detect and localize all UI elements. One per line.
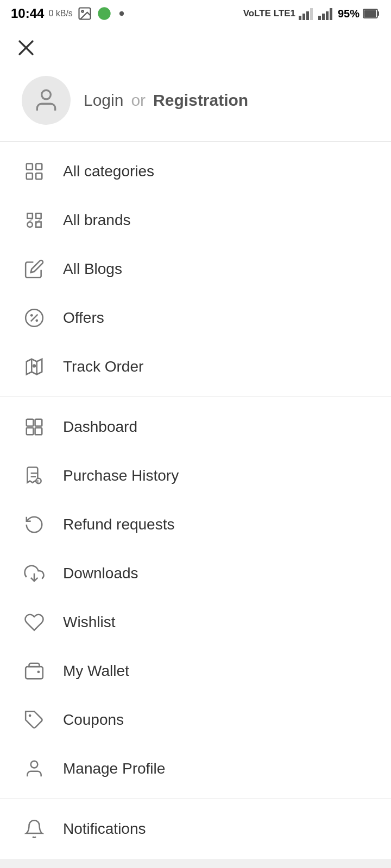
svg-rect-18	[27, 164, 33, 170]
svg-rect-6	[306, 11, 309, 20]
user-actions: Login or Registration	[84, 91, 248, 110]
brands-icon	[22, 208, 47, 233]
manage-profile-icon	[22, 756, 47, 781]
svg-rect-13	[377, 11, 379, 16]
manage-profile-label: Manage Profile	[63, 760, 165, 777]
menu-section-2: Dashboard $ Purchase History Refund requ…	[0, 397, 391, 799]
menu-item-all-categories[interactable]: All categories	[0, 147, 391, 196]
coupon-icon	[22, 707, 47, 732]
svg-point-17	[42, 90, 51, 99]
svg-rect-7	[310, 8, 313, 20]
dashboard-label: Dashboard	[63, 418, 137, 436]
status-time: 10:44	[11, 6, 44, 21]
svg-point-27	[35, 319, 38, 322]
user-section: Login or Registration	[0, 65, 391, 141]
signal-icon	[299, 7, 315, 20]
menu-item-downloads[interactable]: Downloads	[0, 549, 391, 598]
or-separator: or	[131, 91, 146, 110]
gallery-icon	[77, 6, 92, 21]
status-right: VoLTE LTE1 95%	[243, 7, 380, 20]
my-wallet-label: My Wallet	[63, 662, 129, 680]
edit-icon	[22, 257, 47, 282]
data-speed: 0 kB/s	[48, 9, 72, 18]
all-categories-label: All categories	[63, 163, 154, 180]
svg-point-41	[37, 671, 40, 673]
map-icon	[22, 354, 47, 379]
menu-item-refund-requests[interactable]: Refund requests	[0, 500, 391, 549]
svg-rect-11	[330, 8, 332, 20]
menu-item-purchase-history[interactable]: $ Purchase History	[0, 451, 391, 500]
svg-rect-8	[318, 16, 321, 20]
login-link[interactable]: Login	[84, 91, 123, 110]
menu-item-all-brands[interactable]: All brands	[0, 196, 391, 245]
grid-icon	[22, 159, 47, 184]
notification-dot-icon	[97, 6, 112, 21]
registration-link[interactable]: Registration	[153, 91, 248, 110]
svg-rect-34	[27, 428, 34, 435]
menu-item-wishlist[interactable]: Wishlist	[0, 598, 391, 647]
battery-icon	[363, 8, 380, 20]
svg-point-26	[30, 314, 33, 317]
status-left: 10:44 0 kB/s	[11, 6, 127, 21]
coupons-label: Coupons	[63, 711, 124, 729]
svg-rect-32	[27, 419, 34, 426]
close-icon	[16, 38, 36, 58]
menu-item-notifications[interactable]: Notifications	[0, 805, 391, 853]
svg-rect-19	[36, 164, 42, 170]
svg-rect-9	[322, 14, 325, 20]
svg-rect-21	[36, 173, 42, 179]
signal2-icon	[318, 7, 335, 20]
all-blogs-label: All Blogs	[63, 260, 122, 278]
svg-rect-33	[35, 419, 42, 426]
notifications-label: Notifications	[63, 820, 146, 838]
dashboard-icon	[22, 414, 47, 439]
svg-rect-4	[299, 16, 301, 20]
svg-rect-20	[27, 173, 33, 179]
svg-point-43	[31, 761, 38, 768]
svg-rect-22	[27, 222, 33, 227]
svg-point-3	[119, 11, 124, 16]
menu-item-my-wallet[interactable]: My Wallet	[0, 647, 391, 695]
bottom-nav	[0, 859, 391, 868]
menu-section-1: All categories All brands All Blogs	[0, 142, 391, 397]
heart-icon	[22, 610, 47, 635]
circle-dot-icon	[116, 8, 127, 19]
menu-item-dashboard[interactable]: Dashboard	[0, 403, 391, 451]
user-avatar-icon	[33, 87, 60, 114]
refund-requests-label: Refund requests	[63, 516, 174, 533]
svg-text:$: $	[36, 479, 39, 484]
receipt-icon: $	[22, 463, 47, 488]
avatar	[22, 76, 71, 125]
purchase-history-label: Purchase History	[63, 467, 179, 484]
offers-label: Offers	[63, 309, 104, 327]
svg-point-1	[81, 10, 84, 12]
svg-point-2	[98, 8, 110, 20]
bell-icon	[22, 816, 47, 841]
svg-point-31	[33, 364, 36, 367]
status-bar: 10:44 0 kB/s VoLTE LTE1 95%	[0, 0, 391, 27]
menu-item-coupons[interactable]: Coupons	[0, 695, 391, 744]
menu-item-manage-profile[interactable]: Manage Profile	[0, 744, 391, 793]
close-button[interactable]	[0, 27, 391, 65]
network-label: VoLTE LTE1	[243, 8, 295, 19]
menu-item-offers[interactable]: Offers	[0, 293, 391, 342]
download-icon	[22, 561, 47, 586]
svg-rect-35	[35, 428, 42, 435]
menu-section-3: Notifications	[0, 799, 391, 859]
percent-icon	[22, 305, 47, 330]
wallet-icon	[22, 659, 47, 684]
wishlist-label: Wishlist	[63, 614, 115, 631]
battery-label: 95%	[338, 8, 360, 20]
refund-icon	[22, 512, 47, 537]
svg-rect-10	[326, 11, 329, 20]
svg-rect-14	[364, 10, 376, 17]
menu-item-all-blogs[interactable]: All Blogs	[0, 245, 391, 293]
svg-rect-5	[302, 14, 305, 20]
menu-item-track-order[interactable]: Track Order	[0, 342, 391, 391]
downloads-label: Downloads	[63, 565, 138, 582]
track-order-label: Track Order	[63, 358, 143, 375]
all-brands-label: All brands	[63, 212, 131, 229]
